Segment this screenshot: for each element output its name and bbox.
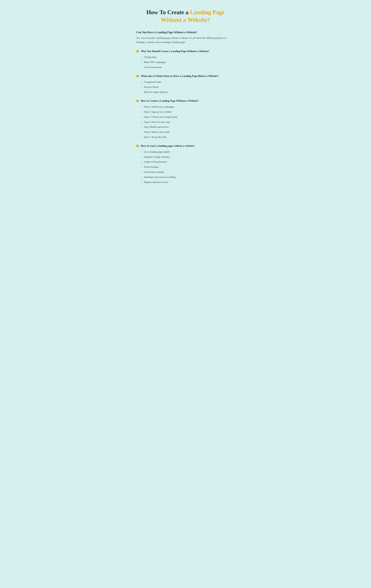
list-item: ›Discover target audience (141, 90, 235, 94)
list-item: ›Step 7: Set up the URL (141, 135, 235, 139)
list-item: ›Regular analytics review (141, 180, 235, 184)
list-item: ›Step 6: Make it user-ready (141, 130, 235, 134)
section-heading-text-when: When does it Make Sense to Have a Landin… (141, 74, 219, 78)
section-how-create: How to Create a Landing Page Without a W… (136, 99, 235, 139)
chevron-icon: › (141, 85, 142, 89)
list-item-text: To generate leads (144, 80, 161, 84)
list-item: ›Conversion tracking (141, 170, 235, 174)
list-item-text: Step 6: Make it user-ready (144, 130, 170, 134)
section-how-track: How to track a landing page without a we… (136, 144, 235, 184)
list-item: ›Integrate Google Analytics (141, 155, 235, 159)
list-item: ›Step 5:Build a good form (141, 125, 235, 129)
chevron-icon: › (141, 61, 142, 64)
section-title-why: Why You Should Create a Landing Page Wit… (136, 49, 235, 53)
list-item: ›Lower investment (141, 65, 235, 69)
list-item-text: Step 1: Define your campaigns (144, 105, 174, 109)
list-item: ›Utilize UTM parameter (141, 160, 235, 164)
list-item-text: Event tracking (144, 165, 158, 169)
list-item-text: Better PPC campaigns (144, 60, 166, 64)
sections-container: Why You Should Create a Landing Page Wit… (136, 49, 235, 184)
sub-list-how-track: ›Use a landing page builder›Integrate Go… (136, 150, 235, 184)
chevron-icon: › (141, 136, 142, 139)
sub-list-why: ›Testing ideas›Better PPC campaigns›Lowe… (136, 55, 235, 69)
bullet-dot-icon (136, 100, 139, 102)
bullet-dot-icon (136, 145, 139, 147)
list-item: ›Step 4: Work on your copy (141, 120, 235, 124)
list-item-text: Regular analytics review (144, 180, 168, 184)
section-heading-text-how-create: How to Create a Landing Page Without a W… (141, 99, 198, 103)
page-title: How To Create a Landing Page Without a W… (136, 9, 235, 24)
chevron-icon: › (141, 125, 142, 129)
section-heading-text-how-track: How to track a landing page without a we… (141, 144, 195, 148)
list-item: ›Heatmaps and session recording (141, 175, 235, 179)
list-item: ›Better PPC campaigns (141, 60, 235, 64)
list-item-text: Step 7: Set up the URL (144, 135, 167, 139)
chevron-icon: › (141, 150, 142, 154)
chevron-icon: › (141, 115, 142, 119)
chevron-icon: › (141, 55, 142, 59)
section-title-how-create: How to Create a Landing Page Without a W… (136, 99, 235, 103)
chevron-icon: › (141, 175, 142, 179)
list-item: ›Step 1: Define your campaigns (141, 105, 235, 109)
chevron-icon: › (141, 120, 142, 124)
chevron-icon: › (141, 160, 142, 164)
chevron-icon: › (141, 110, 142, 114)
list-item: ›Event tracking (141, 165, 235, 169)
list-item-text: Step 2: Sign up for a builder (144, 110, 172, 114)
list-item: ›Use a landing page builder (141, 150, 235, 154)
list-item: ›Step 2: Sign up for a builder (141, 110, 235, 114)
list-item-text: Utilize UTM parameter (144, 160, 167, 164)
list-item-text: Conversion tracking (144, 170, 164, 174)
intro-section: Can You Have a Landing Page Without a We… (136, 31, 235, 44)
chevron-icon: › (141, 180, 142, 184)
list-item: ›To generate leads (141, 80, 235, 84)
chevron-icon: › (141, 80, 142, 84)
list-item-text: Set up a funnel (144, 85, 159, 89)
bullet-dot-icon (136, 50, 139, 52)
bullet-dot-icon (136, 75, 139, 77)
sub-list-when: ›To generate leads›Set up a funnel›Disco… (136, 80, 235, 94)
title-plain: How To Create a (146, 9, 190, 15)
list-item: ›Testing ideas (141, 55, 235, 59)
list-item-text: Heatmaps and session recording (144, 175, 175, 179)
list-item: ›Set up a funnel (141, 85, 235, 89)
list-item: ›Step 3: Choose your design layout (141, 115, 235, 119)
section-when: When does it Make Sense to Have a Landin… (136, 74, 235, 94)
list-item-text: Testing ideas (144, 55, 157, 59)
chevron-icon: › (141, 170, 142, 174)
section-why: Why You Should Create a Landing Page Wit… (136, 49, 235, 69)
chevron-icon: › (141, 155, 142, 159)
list-item-text: Use a landing page builder (144, 150, 170, 154)
list-item-text: Lower investment (144, 65, 162, 69)
list-item-text: Step 5:Build a good form (144, 125, 169, 129)
list-item-text: Integrate Google Analytics (144, 155, 170, 159)
chevron-icon: › (141, 66, 142, 69)
section-title-how-track: How to track a landing page without a we… (136, 144, 235, 148)
sub-list-how-create: ›Step 1: Define your campaigns›Step 2: S… (136, 105, 235, 139)
chevron-icon: › (141, 130, 142, 134)
intro-text: Yes, you can make a landing page without… (136, 36, 235, 44)
chevron-icon: › (141, 165, 142, 169)
list-item-text: Step 4: Work on your copy (144, 120, 170, 124)
section-title-when: When does it Make Sense to Have a Landin… (136, 74, 235, 78)
intro-heading: Can You Have a Landing Page Without a We… (136, 31, 235, 34)
chevron-icon: › (141, 105, 142, 109)
list-item-text: Discover target audience (144, 90, 168, 94)
section-heading-text-why: Why You Should Create a Landing Page Wit… (141, 49, 209, 53)
list-item-text: Step 3: Choose your design layout (144, 115, 177, 119)
chevron-icon: › (141, 90, 142, 94)
